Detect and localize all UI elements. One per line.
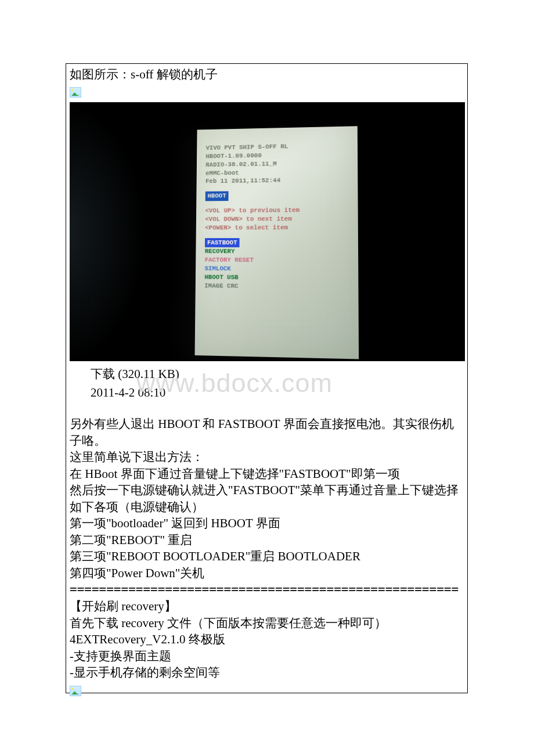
paragraph: 在 HBoot 界面下通过音量键上下键选择"FASTBOOT"即第一项 xyxy=(70,466,464,483)
phone-screen: VIVO PVT SHIP S-OFF RL HBOOT-1.09.0000 R… xyxy=(195,126,359,359)
intro-text: 如图所示：s-off 解锁的机子 xyxy=(70,66,464,82)
content-area: 如图所示：s-off 解锁的机子 VIVO PVT SHIP S-OFF RL … xyxy=(66,64,467,700)
hboot-badge: HBOOT xyxy=(205,192,229,201)
paragraph: 首先下载 recovery 文件（下面版本按需要任意选一种即可） xyxy=(70,615,464,632)
bootloader-hint: <VOL UP> to previous item xyxy=(205,206,348,215)
caption-block: www.bdocx.com 下载 (320.11 KB) 2011-4-2 08… xyxy=(70,361,464,405)
document-page: 如图所示：s-off 解锁的机子 VIVO PVT SHIP S-OFF RL … xyxy=(66,63,468,693)
paragraph: -支持更换界面主题 xyxy=(70,648,464,665)
paragraph: 另外有些人退出 HBOOT 和 FASTBOOT 界面会直接抠电池。其实很伤机子… xyxy=(70,416,464,449)
upload-date: 2011-4-2 08:10 xyxy=(91,386,464,400)
article-body: 另外有些人退出 HBOOT 和 FASTBOOT 界面会直接抠电池。其实很伤机子… xyxy=(70,416,464,697)
section-heading: 【开始刷 recovery】 xyxy=(70,598,464,615)
paragraph: 这里简单说下退出方法： xyxy=(70,449,464,466)
menu-recovery: RECOVERY xyxy=(205,247,349,256)
menu-simlock: SIMLOCK xyxy=(205,265,349,274)
menu-fastboot: FASTBOOT xyxy=(205,238,240,248)
broken-image-icon xyxy=(70,87,81,98)
paragraph: 4EXTRecovery_V2.1.0 终极版 xyxy=(70,631,464,648)
download-link[interactable]: 下载 (320.11 KB) xyxy=(91,366,464,382)
paragraph: 第三项"REBOOT BOOTLOADER"重启 BOOTLOADER xyxy=(70,548,464,565)
divider: ========================================… xyxy=(70,581,464,598)
bootloader-hint: <VOL DOWN> to next item xyxy=(205,214,348,224)
paragraph: 第二项"REBOOT" 重启 xyxy=(70,532,464,549)
phone-photo: VIVO PVT SHIP S-OFF RL HBOOT-1.09.0000 R… xyxy=(70,102,465,361)
menu-factory-reset: FACTORY RESET xyxy=(205,256,349,265)
paragraph: 第一项"bootloader" 返回到 HBOOT 界面 xyxy=(70,515,464,532)
paragraph: -显示手机存储的剩余空间等 xyxy=(70,664,464,681)
menu-image-crc: IMAGE CRC xyxy=(204,282,349,291)
broken-image-icon xyxy=(70,686,81,696)
paragraph: 然后按一下电源键确认就进入"FASTBOOT"菜单下再通过音量上下键选择如下各项… xyxy=(70,482,464,515)
bootloader-hint: <POWER> to select item xyxy=(205,223,348,232)
paragraph: 第四项"Power Down"关机 xyxy=(70,565,464,582)
